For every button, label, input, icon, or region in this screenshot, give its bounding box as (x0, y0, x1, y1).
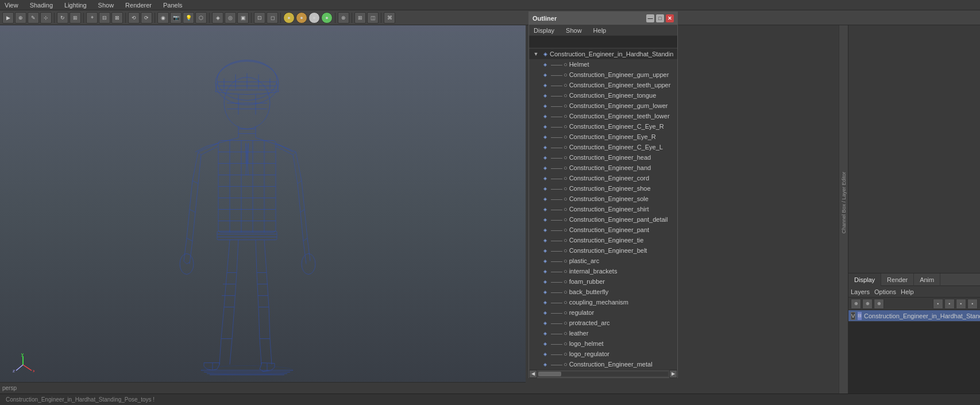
outliner-row[interactable]: ◈ —— ○ Helmet (529, 59, 677, 70)
toolbar-wire[interactable]: ◈ (212, 12, 223, 24)
toolbar-render2[interactable]: ⊗ (338, 12, 349, 24)
layers-toolbar-btn7[interactable]: ▪ (967, 299, 978, 309)
layers-menu-options[interactable]: Options (874, 288, 896, 295)
outliner-row[interactable]: ◈ —— ○ Construction_Engineer_metal (529, 359, 677, 369)
toolbar-extra2[interactable]: ◫ (367, 12, 379, 24)
toolbar-circle2[interactable]: ● (296, 12, 307, 24)
cle-tab-render[interactable]: Render (881, 273, 914, 286)
outliner-row-collapse-icon[interactable]: ▼ (531, 49, 541, 59)
outliner-row[interactable]: ◈ —— ○ Construction_Engineer_teeth_lower (529, 111, 677, 121)
outliner-row[interactable]: ◈ —— ○ plastic_arc (529, 256, 677, 266)
menu-shading[interactable]: Shading (28, 2, 55, 9)
outliner-row[interactable]: ◈ —— ○ Construction_Engineer_shirt (529, 204, 677, 214)
toolbar-xray[interactable]: ⊡ (254, 12, 265, 24)
outliner-row[interactable]: ◈ —— ○ Construction_Engineer_shoe (529, 183, 677, 194)
outliner-row[interactable]: ◈ —— ○ Construction_Engineer_hand (529, 163, 677, 173)
toolbar-history[interactable]: ⟲ (128, 12, 140, 24)
toolbar-display[interactable]: ▣ (237, 12, 249, 24)
cle-tab-anim[interactable]: Anim (914, 273, 940, 286)
outliner-close-button[interactable]: ✕ (666, 14, 674, 22)
cle-layers-list[interactable]: V ⊟ Construction_Engineer_in_Hardhat_Sta… (848, 310, 980, 405)
outliner-minimize-button[interactable]: — (646, 14, 654, 22)
outliner-row-icon: ◈ (541, 225, 550, 234)
outliner-row[interactable]: ◈ —— ○ Construction_Engineer_gum_lower (529, 101, 677, 111)
menu-lighting[interactable]: Lighting (62, 2, 89, 9)
layer-row[interactable]: V ⊟ Construction_Engineer_in_Hardhat_Sta… (848, 310, 980, 322)
toolbar-magnet[interactable]: ⊠ (111, 12, 123, 24)
cle-tab-display[interactable]: Display (848, 273, 881, 286)
outliner-restore-button[interactable]: □ (656, 14, 664, 22)
toolbar-extra1[interactable]: ⊞ (354, 12, 366, 24)
outliner-row-icon: ◈ (541, 194, 550, 203)
outliner-row[interactable]: ◈ —— ○ back_butterfly (529, 287, 677, 297)
outliner-row[interactable]: ◈ —— ○ Construction_Engineer_pant (529, 225, 677, 235)
toolbar-poly[interactable]: ⬡ (195, 12, 207, 24)
toolbar-circle4[interactable]: ● (321, 12, 333, 24)
outliner-row[interactable]: ◈ —— ○ logo_regulator (529, 349, 677, 359)
outliner-row[interactable]: ◈ —— ○ internal_brackets (529, 266, 677, 276)
outliner-row[interactable]: ◈ —— ○ Construction_Engineer_gum_upper (529, 70, 677, 80)
menu-show[interactable]: Show (96, 2, 117, 9)
outliner-row[interactable]: ◈ —— ○ Construction_Engineer_tongue (529, 90, 677, 101)
toolbar-paint[interactable]: ✎ (28, 12, 39, 24)
layers-toolbar-btn2[interactable]: ⊕ (862, 299, 873, 309)
outliner-menu-display[interactable]: Display (531, 27, 557, 34)
outliner-row[interactable]: ◈ —— ○ coupling_mechanism (529, 297, 677, 307)
layers-toolbar-btn6[interactable]: ▪ (956, 299, 966, 309)
toolbar-light[interactable]: 💡 (183, 12, 194, 24)
outliner-row[interactable]: ◈ —— ○ Construction_Engineer_sole (529, 194, 677, 204)
outliner-search-bar[interactable] (529, 36, 677, 48)
layers-toolbar-btn3[interactable]: ⊕ (874, 299, 884, 309)
viewport[interactable]: x y z persp (0, 25, 526, 394)
hscroll-right-btn[interactable]: ▶ (669, 370, 677, 378)
toolbar-render[interactable]: ◉ (157, 12, 169, 24)
outliner-row[interactable]: ◈ —— ○ Construction_Engineer_head (529, 152, 677, 163)
outliner-row[interactable]: ◈ —— ○ foam_rubber (529, 276, 677, 287)
outliner-row[interactable]: ◈ —— ○ Construction_Engineer_cord (529, 173, 677, 183)
toolbar-circle1[interactable]: ● (283, 12, 295, 24)
toolbar-redo[interactable]: ⟳ (141, 12, 152, 24)
layers-menu-help[interactable]: Help (901, 288, 914, 295)
outliner-list[interactable]: ▼ ◈ Construction_Engineer_in_Hardhat_Sta… (529, 48, 677, 369)
toolbar-scale[interactable]: ⊞ (70, 12, 81, 24)
hscroll-left-btn[interactable]: ◀ (529, 370, 537, 378)
menu-panels[interactable]: Panels (161, 2, 185, 9)
outliner-row[interactable]: ◈ —— ○ protracted_arc (529, 318, 677, 328)
toolbar-extra3[interactable]: ⌘ (384, 12, 395, 24)
layers-toolbar-btn4[interactable]: ▪ (933, 299, 943, 309)
outliner-row[interactable]: ◈ —— ○ Construction_Engineer_tie (529, 235, 677, 245)
outliner-row[interactable]: ◈ —— ○ Construction_Engineer_belt (529, 245, 677, 256)
outliner-row[interactable]: ▼ ◈ Construction_Engineer_in_Hardhat_Sta… (529, 49, 677, 59)
outliner-row[interactable]: ◈ —— ○ regulator (529, 307, 677, 318)
toolbar-circle3[interactable]: ● (308, 12, 320, 24)
toolbar-grid[interactable]: ⊟ (99, 12, 110, 24)
toolbar-hide[interactable]: ◻ (267, 12, 278, 24)
outliner-menu-help[interactable]: Help (591, 27, 609, 34)
layers-toolbar-btn5[interactable]: ▪ (944, 299, 955, 309)
toolbar-smooth[interactable]: ◎ (225, 12, 236, 24)
outliner-row[interactable]: ◈ —— ○ Construction_Engineer_pant_detail (529, 214, 677, 225)
menu-renderer[interactable]: Renderer (123, 2, 154, 9)
outliner-row[interactable]: ◈ —— ○ Construction_Engineer_teeth_upper (529, 80, 677, 90)
toolbar-move[interactable]: ⊹ (40, 12, 52, 24)
outliner-hscroll[interactable]: ◀ ▶ (529, 369, 677, 377)
outliner-row[interactable]: ◈ —— ○ Construction_Engineer_C_Eye_L (529, 142, 677, 152)
layers-menu-layers[interactable]: Layers (851, 288, 870, 295)
outliner-titlebar[interactable]: Outliner — □ ✕ (529, 12, 677, 25)
outliner-search-input[interactable] (533, 38, 659, 45)
outliner-row[interactable]: ◈ —— ○ Construction_Engineer_Eye_R (529, 132, 677, 142)
layers-toolbar-btn1[interactable]: ⊕ (851, 299, 861, 309)
toolbar-rotate[interactable]: ↻ (57, 12, 68, 24)
outliner-row[interactable]: ◈ —— ○ Construction_Engineer_C_Eye_R (529, 121, 677, 132)
hscroll-thumb[interactable] (538, 372, 561, 376)
outliner-row[interactable]: ◈ —— ○ leather (529, 328, 677, 338)
toolbar-select[interactable]: ▶ (2, 12, 14, 24)
toolbar-lasso[interactable]: ⊕ (15, 12, 26, 24)
toolbar-snap[interactable]: ⌖ (86, 12, 98, 24)
layer-visibility-box[interactable]: V (851, 312, 855, 320)
outliner-row[interactable]: ◈ —— ○ logo_helmet (529, 338, 677, 349)
outliner-menu-show[interactable]: Show (564, 27, 584, 34)
outliner-row-connector: —— (550, 186, 564, 192)
menu-view[interactable]: View (2, 2, 21, 9)
toolbar-camera[interactable]: 📷 (170, 12, 182, 24)
